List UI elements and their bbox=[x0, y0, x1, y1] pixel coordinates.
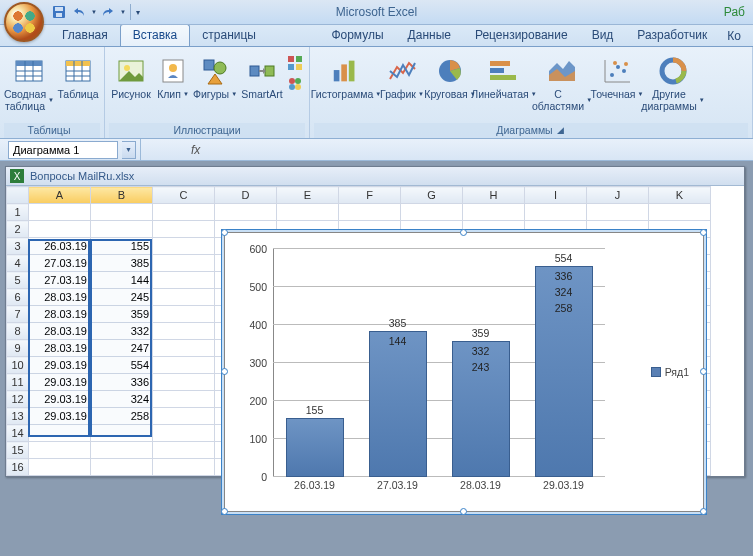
cell[interactable]: 28.03.19 bbox=[29, 289, 91, 306]
cell[interactable]: 144 bbox=[91, 272, 153, 289]
bar-chart-button[interactable]: Линейчатая▼ bbox=[476, 53, 532, 103]
picture-button[interactable]: Рисунок bbox=[109, 53, 153, 103]
column-header[interactable]: B bbox=[91, 187, 153, 204]
bar-column[interactable]: 385144 bbox=[369, 249, 427, 477]
fx-label[interactable]: fx bbox=[191, 143, 200, 157]
column-header[interactable]: F bbox=[339, 187, 401, 204]
cell[interactable]: 27.03.19 bbox=[29, 255, 91, 272]
cell[interactable]: 336 bbox=[91, 374, 153, 391]
cell[interactable] bbox=[153, 340, 215, 357]
cell[interactable] bbox=[29, 459, 91, 476]
cell[interactable] bbox=[153, 272, 215, 289]
cell[interactable] bbox=[91, 442, 153, 459]
cell[interactable] bbox=[153, 255, 215, 272]
area-chart-button[interactable]: С областями▼ bbox=[534, 53, 590, 114]
redo-dropdown-icon[interactable]: ▼ bbox=[120, 9, 126, 15]
cell[interactable] bbox=[463, 204, 525, 221]
cell[interactable]: 324 bbox=[91, 391, 153, 408]
cell[interactable]: 245 bbox=[91, 289, 153, 306]
tab-view[interactable]: Вид bbox=[580, 25, 626, 46]
cell[interactable] bbox=[91, 459, 153, 476]
row-header[interactable]: 12 bbox=[7, 391, 29, 408]
cell[interactable] bbox=[91, 425, 153, 442]
row-header[interactable]: 9 bbox=[7, 340, 29, 357]
cell[interactable] bbox=[587, 204, 649, 221]
cell[interactable] bbox=[29, 442, 91, 459]
cell[interactable] bbox=[153, 289, 215, 306]
cell[interactable] bbox=[29, 204, 91, 221]
column-header[interactable]: K bbox=[649, 187, 711, 204]
cell[interactable] bbox=[153, 425, 215, 442]
column-header[interactable]: H bbox=[463, 187, 525, 204]
cell[interactable] bbox=[29, 221, 91, 238]
row-header[interactable]: 3 bbox=[7, 238, 29, 255]
row-header[interactable]: 13 bbox=[7, 408, 29, 425]
bar-column[interactable]: 359332243 bbox=[452, 249, 510, 477]
row-header[interactable]: 16 bbox=[7, 459, 29, 476]
cell[interactable] bbox=[153, 221, 215, 238]
clip-button[interactable]: Клип▼ bbox=[155, 53, 191, 103]
cell[interactable] bbox=[153, 442, 215, 459]
chart-y-axis[interactable]: 0100200300400500600 bbox=[233, 249, 271, 477]
cell[interactable]: 359 bbox=[91, 306, 153, 323]
bar-column[interactable]: 554336324258 bbox=[535, 249, 593, 477]
cell[interactable] bbox=[91, 221, 153, 238]
chart-plot-area[interactable]: 155385144359332243554336324258 bbox=[273, 249, 605, 477]
column-header[interactable]: G bbox=[401, 187, 463, 204]
cell[interactable]: 29.03.19 bbox=[29, 391, 91, 408]
cell[interactable]: 29.03.19 bbox=[29, 357, 91, 374]
tab-review[interactable]: Рецензирование bbox=[463, 25, 580, 46]
illu-opt-1[interactable] bbox=[285, 53, 305, 73]
tab-data[interactable]: Данные bbox=[396, 25, 463, 46]
cell[interactable]: 29.03.19 bbox=[29, 408, 91, 425]
cell[interactable]: 28.03.19 bbox=[29, 306, 91, 323]
row-header[interactable]: 4 bbox=[7, 255, 29, 272]
pivot-table-button[interactable]: Сводная таблица▼ bbox=[4, 53, 54, 114]
chart-object[interactable]: 0100200300400500600 15538514435933224355… bbox=[224, 232, 704, 512]
cell[interactable] bbox=[153, 306, 215, 323]
cell[interactable] bbox=[29, 425, 91, 442]
cell[interactable] bbox=[215, 204, 277, 221]
cell[interactable] bbox=[153, 204, 215, 221]
row-header[interactable]: 15 bbox=[7, 442, 29, 459]
row-header[interactable]: 8 bbox=[7, 323, 29, 340]
column-header[interactable]: D bbox=[215, 187, 277, 204]
scatter-chart-button[interactable]: Точечная▼ bbox=[592, 53, 642, 103]
row-header[interactable]: 14 bbox=[7, 425, 29, 442]
row-header[interactable]: 2 bbox=[7, 221, 29, 238]
tab-extra[interactable]: Ко bbox=[719, 26, 749, 46]
column-header[interactable]: I bbox=[525, 187, 587, 204]
select-all-cell[interactable] bbox=[7, 187, 29, 204]
qat-customize-icon[interactable]: ▾ bbox=[136, 8, 140, 17]
cell[interactable] bbox=[401, 204, 463, 221]
row-header[interactable]: 6 bbox=[7, 289, 29, 306]
cell[interactable] bbox=[153, 408, 215, 425]
column-chart-button[interactable]: Гистограмма▼ bbox=[314, 53, 378, 103]
cell[interactable]: 385 bbox=[91, 255, 153, 272]
tab-home[interactable]: Главная bbox=[50, 25, 120, 46]
cell[interactable] bbox=[649, 204, 711, 221]
office-button[interactable] bbox=[4, 2, 44, 42]
cell[interactable] bbox=[153, 459, 215, 476]
cell[interactable] bbox=[153, 238, 215, 255]
cell[interactable] bbox=[153, 374, 215, 391]
cell[interactable] bbox=[277, 204, 339, 221]
cell[interactable]: 27.03.19 bbox=[29, 272, 91, 289]
smartart-button[interactable]: SmartArt bbox=[239, 53, 285, 103]
cell[interactable] bbox=[153, 323, 215, 340]
cell[interactable] bbox=[153, 357, 215, 374]
cell[interactable]: 554 bbox=[91, 357, 153, 374]
cell[interactable]: 26.03.19 bbox=[29, 238, 91, 255]
cell[interactable]: 155 bbox=[91, 238, 153, 255]
column-header[interactable]: A bbox=[29, 187, 91, 204]
workbook-titlebar[interactable]: X Вопросы MailRu.xlsx bbox=[6, 167, 744, 186]
bar-column[interactable]: 155 bbox=[286, 249, 344, 477]
cell[interactable]: 332 bbox=[91, 323, 153, 340]
cell[interactable]: 247 bbox=[91, 340, 153, 357]
name-box-dropdown[interactable]: ▼ bbox=[122, 141, 136, 159]
row-header[interactable]: 5 bbox=[7, 272, 29, 289]
line-chart-button[interactable]: График▼ bbox=[380, 53, 424, 103]
name-box[interactable]: Диаграмма 1 bbox=[8, 141, 118, 159]
cell[interactable]: 258 bbox=[91, 408, 153, 425]
illu-opt-2[interactable] bbox=[285, 74, 305, 94]
